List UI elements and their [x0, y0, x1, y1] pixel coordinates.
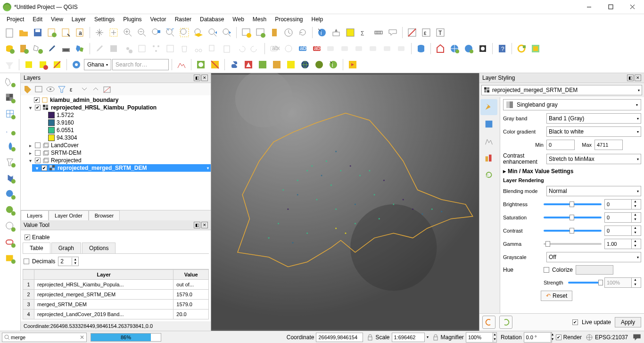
- semiautoclass-icon[interactable]: [242, 58, 255, 71]
- table-row[interactable]: 2reprojected_merged_SRTM_DEM1579.0: [23, 290, 209, 300]
- digitizing-icon[interactable]: [59, 42, 73, 55]
- layer-hrsl[interactable]: reprojected_HRSL_Kiambu_Population: [51, 104, 157, 111]
- new-project-icon[interactable]: [3, 26, 16, 39]
- label-annotation-icon[interactable]: abc: [268, 42, 281, 55]
- nominatim-search-input[interactable]: Search for…: [112, 59, 169, 70]
- undo-icon[interactable]: [234, 42, 248, 55]
- scale-input[interactable]: [392, 333, 425, 342]
- add-virtual-icon[interactable]: [2, 155, 19, 169]
- copy-features-icon[interactable]: [206, 42, 219, 55]
- close-button[interactable]: [621, 0, 643, 14]
- nominatim-country-combo[interactable]: Ghana▾: [84, 59, 111, 70]
- select-by-value-icon[interactable]: ε: [420, 26, 433, 39]
- measure-icon[interactable]: [372, 26, 385, 39]
- georeferencer-icon[interactable]: [208, 58, 222, 71]
- decimals-spinner[interactable]: ▲▼: [58, 257, 79, 266]
- map-canvas[interactable]: [211, 73, 479, 331]
- strength-slider[interactable]: [568, 282, 602, 284]
- gamma-slider[interactable]: [544, 243, 602, 245]
- highlight-pinned-icon[interactable]: [324, 42, 338, 55]
- modify-attributes-icon[interactable]: [164, 42, 177, 55]
- max-input[interactable]: [594, 140, 623, 150]
- zoom-to-selection-icon[interactable]: [178, 26, 191, 39]
- change-label-icon[interactable]: [395, 42, 408, 55]
- show-hide-labels-icon[interactable]: [353, 42, 366, 55]
- deselect-all-icon[interactable]: [405, 26, 419, 39]
- zoom-native-icon[interactable]: [149, 26, 163, 39]
- no-labels-icon[interactable]: abc: [310, 42, 323, 55]
- toggle-editing-icon[interactable]: [45, 42, 58, 55]
- add-wms-icon[interactable]: [2, 187, 19, 201]
- rendering-tab-icon[interactable]: [480, 150, 497, 166]
- add-csv-icon[interactable]: ,: [2, 123, 19, 137]
- undock-button[interactable]: ◧: [194, 75, 200, 81]
- history-tab-icon[interactable]: [480, 167, 497, 183]
- tab-layer-order[interactable]: Layer Order: [49, 210, 89, 220]
- menu-database[interactable]: Database: [196, 15, 228, 24]
- contrast-enhance-combo[interactable]: Stretch to MinMax▾: [546, 154, 641, 164]
- filter-legend-icon[interactable]: [57, 84, 67, 94]
- new-print-layout-icon[interactable]: [45, 26, 58, 39]
- rotation-input[interactable]: ▲▼: [524, 332, 552, 343]
- open-project-icon[interactable]: [17, 26, 30, 39]
- add-vector-icon[interactable]: [2, 75, 19, 89]
- strength-input[interactable]: ▲▼: [604, 277, 641, 288]
- geocoding-icon[interactable]: [298, 58, 312, 71]
- menu-processing[interactable]: Processing: [271, 15, 306, 24]
- zoom-out-icon[interactable]: [135, 26, 149, 39]
- show-bookmarks-icon[interactable]: [268, 26, 281, 39]
- diagram-icon[interactable]: [282, 42, 295, 55]
- gamma-input[interactable]: ▲▼: [604, 239, 641, 249]
- vt-tab-graph[interactable]: Graph: [51, 243, 81, 253]
- styling-layer-combo[interactable]: reprojected_merged_SRTM_DEM▾: [481, 85, 642, 95]
- topology-checker-icon[interactable]: [74, 42, 87, 55]
- minimize-button[interactable]: [578, 0, 600, 14]
- menu-project[interactable]: Project: [3, 15, 28, 24]
- plugin-reloader-icon[interactable]: [515, 42, 528, 55]
- statistics-icon[interactable]: Σ: [358, 26, 371, 39]
- saturation-input[interactable]: ▲▼: [604, 212, 641, 223]
- scale-lock-icon[interactable]: [367, 334, 373, 341]
- temporal-controller-icon[interactable]: [282, 26, 295, 39]
- scp-roi-icon[interactable]: [284, 58, 297, 71]
- topology-icon[interactable]: [313, 58, 326, 71]
- pin-labels-icon[interactable]: [339, 42, 352, 55]
- add-spatialite-icon[interactable]: [2, 139, 19, 153]
- redo-styling-icon[interactable]: [499, 316, 512, 329]
- brightness-input[interactable]: ▲▼: [604, 199, 641, 209]
- menu-help[interactable]: Help: [308, 15, 327, 24]
- menu-mesh[interactable]: Mesh: [249, 15, 270, 24]
- collapse-icon[interactable]: ▾: [27, 105, 33, 110]
- action-icon[interactable]: [330, 26, 343, 39]
- style-manager-icon[interactable]: a: [74, 26, 87, 39]
- zoom-in-icon[interactable]: [121, 26, 134, 39]
- undock-button[interactable]: ◧: [627, 75, 634, 81]
- expand-all-icon[interactable]: [79, 84, 90, 94]
- close-panel-button[interactable]: ✕: [201, 75, 208, 81]
- table-row[interactable]: 4reprojected_LandCover_2019 Band...20.0: [23, 310, 209, 319]
- python-console-icon[interactable]: [228, 58, 241, 71]
- save-layer-edits-icon[interactable]: [107, 42, 120, 55]
- script-runner-icon[interactable]: [346, 58, 359, 71]
- locator-search-input[interactable]: ✕: [2, 333, 87, 342]
- close-panel-button[interactable]: ✕: [635, 75, 641, 81]
- grayscale-combo[interactable]: Off▾: [546, 252, 641, 262]
- messages-icon[interactable]: [632, 332, 642, 343]
- add-oracle-icon[interactable]: [2, 235, 19, 250]
- table-row[interactable]: 1reprojected_HRSL_Kiambu_Popula...out of…: [23, 280, 209, 290]
- saturation-slider[interactable]: [544, 217, 602, 218]
- live-update-checkbox[interactable]: ✔: [572, 319, 578, 325]
- add-postgis-icon[interactable]: [2, 171, 19, 185]
- identify-icon[interactable]: i: [315, 26, 329, 39]
- scp-preprocess-icon[interactable]: [270, 58, 283, 71]
- vt-tab-options[interactable]: Options: [82, 243, 116, 253]
- renderer-combo[interactable]: Singleband gray▾: [503, 99, 641, 110]
- apply-button[interactable]: Apply: [615, 317, 641, 327]
- menu-vector[interactable]: Vector: [147, 15, 170, 24]
- text-tool-icon[interactable]: T: [434, 26, 447, 39]
- vertex-tool-icon[interactable]: [149, 42, 163, 55]
- save-project-icon[interactable]: [31, 26, 44, 39]
- colorize-checkbox[interactable]: [544, 267, 549, 273]
- osm-place-search-icon[interactable]: [434, 42, 447, 55]
- zoom-full-icon[interactable]: [164, 26, 177, 39]
